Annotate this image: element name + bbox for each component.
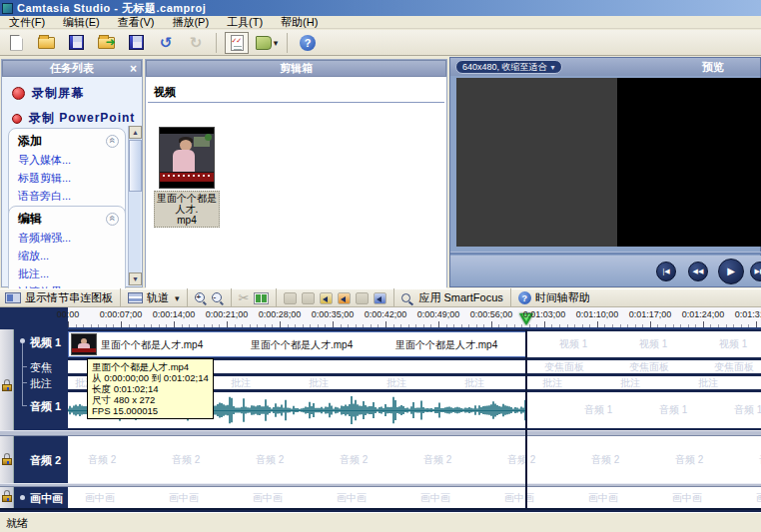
status-text: 就绪 bbox=[6, 517, 28, 529]
timeline-clip[interactable]: 里面个个都是人才.mp4里面个个都是人才.mp4里面个个都是人才.mp4 bbox=[68, 331, 526, 357]
replace-audio-button bbox=[356, 292, 369, 304]
menu-item-0[interactable]: 文件(F) bbox=[0, 15, 54, 30]
task-link[interactable]: 语音旁白... bbox=[18, 189, 125, 204]
tooltip-length: 长度 0:01:02;14 bbox=[92, 383, 209, 394]
track-ghost-label: 画中画 bbox=[337, 491, 367, 505]
tracks-dropdown-button[interactable]: 轨道 ▾ bbox=[128, 290, 180, 305]
task-link[interactable]: 音频增强... bbox=[18, 231, 125, 246]
cut-button: ✂ bbox=[239, 290, 250, 305]
undo-button[interactable]: ↺ bbox=[154, 32, 178, 54]
preview-panel: 640x480, 收缩至适合 ▾ 预览 |◀ ◀◀ ▶ ▶▶ bbox=[449, 57, 761, 287]
ruler-major-tick bbox=[544, 321, 545, 327]
clip-bin-body: 视频 里面个个都是人才. mp4 bbox=[146, 85, 446, 294]
fast-forward-button[interactable]: ▶▶ bbox=[750, 262, 761, 281]
track-label-zoom[interactable]: 变焦 bbox=[30, 360, 52, 375]
volume-up-button[interactable] bbox=[320, 292, 333, 304]
open-project-button[interactable] bbox=[34, 32, 58, 54]
track-label-audio2[interactable]: 音频 2 bbox=[30, 453, 61, 468]
storyboard-icon bbox=[5, 292, 21, 303]
scrollbar-thumb[interactable] bbox=[129, 140, 142, 192]
preview-size-selector[interactable]: 640x480, 收缩至适合 ▾ bbox=[455, 60, 562, 74]
previous-frame-button[interactable]: |◀ bbox=[656, 262, 676, 281]
thumbnail-plant bbox=[205, 134, 212, 141]
track-label-video1[interactable]: 视频 1 bbox=[30, 335, 61, 350]
track-row-audio2[interactable]: 音频 2音频 2音频 2音频 2音频 2音频 2音频 2音频 2音频 2 bbox=[68, 436, 761, 483]
redo-button[interactable]: ↻ bbox=[184, 32, 208, 54]
ruler-tick-label: 0:00:42;00 bbox=[365, 309, 407, 319]
menu-item-3[interactable]: 播放(P) bbox=[163, 15, 218, 30]
chevron-down-icon: ▾ bbox=[551, 63, 555, 72]
ruler-major-tick bbox=[68, 321, 69, 327]
track-bullet bbox=[20, 495, 25, 500]
track-row-video1[interactable]: 里面个个都是人才.mp4里面个个都是人才.mp4里面个个都是人才.mp4 视频 … bbox=[68, 331, 761, 357]
timeline-ruler[interactable]: 00:000:00:07;000:00:14;000:00:21;000:00:… bbox=[0, 307, 761, 329]
menu-item-5[interactable]: 帮助(H) bbox=[272, 15, 327, 30]
track-row-pip[interactable]: 画中画画中画画中画画中画画中画画中画画中画画中画画中画 bbox=[68, 487, 761, 508]
task-link[interactable]: 批注... bbox=[18, 266, 125, 281]
lock-icon[interactable] bbox=[2, 490, 12, 502]
clip-bin-item[interactable]: 里面个个都是人才. mp4 bbox=[154, 127, 220, 228]
chevron-down-icon: ▾ bbox=[175, 293, 180, 303]
record-powerpoint-item[interactable]: 录制 PowerPoint bbox=[12, 110, 142, 127]
track-ghost-label: 画中画 bbox=[588, 491, 618, 505]
preview-seek-groove[interactable] bbox=[450, 252, 761, 255]
zoom-in-button[interactable]: + bbox=[195, 292, 207, 304]
help-button[interactable]: ? bbox=[296, 32, 320, 54]
track-label-callout[interactable]: 批注 bbox=[30, 376, 52, 391]
task-list-toggle-button[interactable] bbox=[225, 32, 249, 54]
lock-icon[interactable] bbox=[2, 453, 12, 465]
toolbar-separator bbox=[231, 288, 232, 308]
close-icon[interactable]: × bbox=[130, 62, 137, 76]
rewind-icon: ◀◀ bbox=[693, 267, 704, 275]
scroll-down-icon[interactable]: ▼ bbox=[129, 272, 142, 285]
record-screen-item[interactable]: 录制屏幕 bbox=[12, 85, 142, 102]
menu-item-2[interactable]: 查看(V) bbox=[109, 15, 164, 30]
zoom-out-button[interactable]: - bbox=[212, 292, 224, 304]
menu-item-1[interactable]: 编辑(E) bbox=[54, 15, 109, 30]
track-ghost-label: 画中画 bbox=[169, 491, 199, 505]
clip-bin-title: 剪辑箱 bbox=[280, 61, 313, 76]
track-label-pip[interactable]: 画中画 bbox=[30, 491, 63, 506]
collapse-chevron-icon[interactable]: « bbox=[106, 135, 119, 148]
track-ghost-label: 批注 bbox=[231, 376, 251, 390]
task-scrollbar[interactable]: ▲ ▼ bbox=[128, 126, 141, 285]
task-link[interactable]: 标题剪辑... bbox=[18, 171, 125, 186]
track-ghost-label: 画中画 bbox=[756, 491, 761, 505]
task-list-title: 任务列表 bbox=[50, 61, 94, 76]
task-list-icon bbox=[231, 35, 244, 51]
task-link[interactable]: 缩放... bbox=[18, 249, 125, 264]
ruler-tick-label: 0:01:17;00 bbox=[629, 309, 672, 319]
track-label-audio1[interactable]: 音频 1 bbox=[30, 399, 61, 414]
import-media-button[interactable]: ➜ bbox=[94, 32, 118, 54]
new-project-button[interactable] bbox=[4, 32, 28, 54]
menu-item-4[interactable]: 工具(T) bbox=[218, 15, 272, 30]
playhead-line[interactable] bbox=[525, 329, 527, 510]
track-ghost-label: 音频 2 bbox=[256, 453, 284, 467]
split-button[interactable] bbox=[254, 292, 269, 304]
task-section-title: 添加 bbox=[18, 133, 42, 150]
task-link[interactable]: 导入媒体... bbox=[18, 153, 125, 168]
track-ghost-label: 视频 1 bbox=[639, 337, 667, 351]
lock-icon[interactable] bbox=[2, 379, 12, 391]
apply-smartfocus-button[interactable]: 应用 SmartFocus bbox=[401, 290, 502, 305]
produce-share-button[interactable] bbox=[124, 32, 148, 54]
ruler-tick-label: 0:00:28;00 bbox=[259, 309, 302, 319]
track-ghost-label: 视频 1 bbox=[719, 337, 747, 351]
scroll-up-icon[interactable]: ▲ bbox=[129, 126, 142, 139]
play-button[interactable]: ▶ bbox=[718, 259, 744, 284]
toolbar-separator bbox=[120, 288, 121, 308]
track-ghost-label: 画中画 bbox=[672, 491, 702, 505]
collapse-chevron-icon[interactable]: « bbox=[106, 213, 119, 226]
chevron-down-icon[interactable]: ▾ bbox=[274, 38, 279, 48]
clip-label: 里面个个都是人才.mp4 bbox=[395, 338, 497, 352]
save-project-button[interactable] bbox=[64, 32, 88, 54]
tooltip-range: 从 0:00:00;00 到 0:01:02;14 bbox=[92, 372, 209, 383]
timeline-help-button[interactable]: ? 时间轴帮助 bbox=[518, 290, 590, 305]
track-ghost-label: 音频 2 bbox=[423, 453, 451, 467]
add-audio-point-button[interactable] bbox=[374, 292, 386, 304]
rewind-button[interactable]: ◀◀ bbox=[688, 262, 708, 281]
clip-bin-header: 剪辑箱 bbox=[146, 60, 446, 77]
volume-down-button[interactable] bbox=[338, 292, 351, 304]
show-storyboard-button[interactable]: 显示情节串连图板 bbox=[5, 290, 113, 305]
notebook-button[interactable]: ▾ bbox=[255, 32, 279, 54]
